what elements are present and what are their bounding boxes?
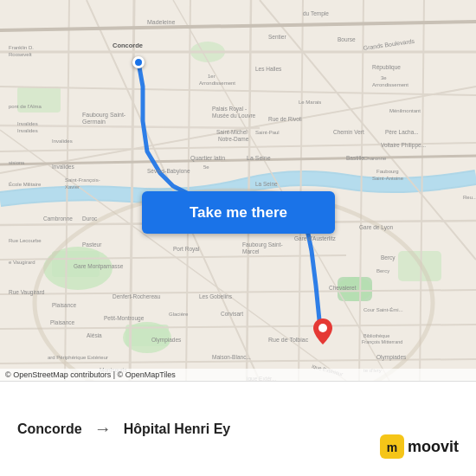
svg-text:École Militaire: École Militaire (9, 182, 42, 187)
destination-pin (313, 318, 332, 348)
svg-text:Plaisance: Plaisance (50, 319, 75, 325)
svg-text:Gare d'Austerlitz: Gare d'Austerlitz (294, 235, 337, 241)
svg-text:pont de l'Alma: pont de l'Alma (9, 104, 42, 109)
svg-text:Sentier: Sentier (268, 34, 286, 40)
svg-text:Xavier: Xavier (65, 184, 80, 190)
svg-point-116 (318, 324, 327, 332)
svg-text:Père Lacha...: Père Lacha... (385, 129, 419, 135)
svg-text:Olympiades: Olympiades (376, 354, 407, 361)
svg-text:Rue Vaugirard: Rue Vaugirard (9, 289, 45, 296)
svg-text:Rue de Tolbiac: Rue de Tolbiac (268, 337, 309, 343)
take-me-there-button[interactable]: Take me there (142, 191, 335, 234)
svg-text:Saint-Antoine: Saint-Antoine (372, 176, 404, 181)
svg-text:Cambronne: Cambronne (43, 215, 73, 222)
svg-text:e Vaugirard: e Vaugirard (9, 260, 35, 265)
svg-text:Bercy: Bercy (381, 254, 396, 261)
map-background: Grands Boulevards du Temple Franklin D. … (0, 0, 476, 381)
bottom-bar: Concorde → Hôpital Henri Ey m moovit (0, 381, 476, 476)
svg-text:Faubourg Saint-: Faubourg Saint- (242, 241, 283, 248)
svg-text:Invalides: Invalides (17, 128, 38, 133)
svg-text:Charonne: Charonne (363, 156, 387, 161)
svg-text:Chevaleret: Chevaleret (329, 285, 357, 291)
svg-text:Bourse: Bourse (338, 36, 356, 42)
svg-text:Port Royal: Port Royal (173, 246, 200, 253)
svg-text:Les Halles: Les Halles (255, 66, 282, 72)
svg-text:Saint-François-: Saint-François- (65, 177, 100, 183)
svg-text:Corvisart: Corvisart (221, 311, 243, 317)
svg-text:Faubourg Saint-: Faubourg Saint- (82, 112, 126, 119)
svg-text:Plaisance: Plaisance (52, 302, 77, 308)
svg-text:Invalides: Invalides (17, 121, 38, 126)
svg-text:Saint-Paul: Saint-Paul (255, 130, 280, 135)
destination-label: Hôpital Henri Ey (124, 421, 231, 437)
svg-text:Glacière: Glacière (169, 312, 189, 317)
svg-text:Notre-Dame: Notre-Dame (218, 136, 249, 142)
svg-text:ard Périphérique Extérieur: ard Périphérique Extérieur (48, 355, 108, 360)
map-container: Grands Boulevards du Temple Franklin D. … (0, 0, 476, 381)
svg-text:Marcel: Marcel (242, 248, 260, 254)
svg-text:Musée du Louvre: Musée du Louvre (212, 113, 256, 119)
svg-text:Sèvres-Babylone: Sèvres-Babylone (147, 168, 190, 175)
svg-text:Franklin D.: Franklin D. (9, 45, 34, 50)
svg-text:m: m (387, 441, 397, 454)
svg-text:La Seine: La Seine (255, 181, 278, 187)
svg-text:Cour Saint-Émi...: Cour Saint-Émi... (363, 307, 403, 312)
svg-text:Ménilmontant: Ménilmontant (389, 108, 421, 113)
moovit-icon: m (380, 434, 404, 459)
svg-text:Madeleine: Madeleine (147, 19, 175, 25)
svg-text:Bastille: Bastille (346, 155, 364, 161)
svg-text:La Seine: La Seine (247, 155, 271, 161)
origin-label: Concorde (17, 421, 82, 437)
svg-text:Rue Lecourbe: Rue Lecourbe (9, 238, 42, 243)
moovit-text: moovit (408, 438, 459, 456)
svg-text:Rue de Rivoli: Rue de Rivoli (268, 116, 302, 122)
svg-text:Maison-Blanc...: Maison-Blanc... (212, 354, 251, 360)
svg-text:du Temple: du Temple (303, 10, 329, 17)
svg-text:Bercy: Bercy (376, 268, 389, 273)
svg-text:République: République (372, 64, 401, 71)
svg-text:Invalides: Invalides (52, 164, 74, 170)
svg-text:Chemin Vert: Chemin Vert (333, 129, 364, 135)
origin-pin (132, 56, 145, 68)
svg-text:Gare de Lyon: Gare de Lyon (359, 224, 394, 231)
svg-text:Olympiades: Olympiades (151, 337, 182, 344)
svg-text:Voltaire Philippe...: Voltaire Philippe... (381, 142, 426, 149)
svg-text:Gare Montparnasse: Gare Montparnasse (74, 263, 124, 270)
svg-text:Les Gobelins: Les Gobelins (199, 293, 233, 299)
svg-text:Pasteur: Pasteur (82, 241, 102, 248)
svg-text:Saint-Michel: Saint-Michel (216, 129, 248, 135)
svg-text:Roosevelt: Roosevelt (9, 52, 32, 57)
svg-text:Quartier latin: Quartier latin (190, 155, 225, 162)
svg-text:Le Marais: Le Marais (299, 100, 321, 105)
svg-text:Invalides: Invalides (52, 138, 73, 144)
svg-text:Denfert-Rochereau: Denfert-Rochereau (113, 293, 161, 299)
svg-text:Arrondissement: Arrondissement (372, 82, 408, 87)
map-attribution: © OpenStreetMap contributors | © OpenMap… (0, 369, 476, 381)
svg-text:Bibliothèque: Bibliothèque (363, 333, 389, 338)
svg-text:Alésia: Alésia (87, 332, 102, 338)
svg-text:Reu...: Reu... (463, 195, 476, 200)
moovit-logo: m moovit (380, 434, 459, 459)
svg-text:3e: 3e (381, 75, 387, 80)
svg-text:Concorde: Concorde (113, 42, 143, 49)
svg-text:Germain: Germain (82, 119, 106, 125)
svg-text:Petit-Montrouge: Petit-Montrouge (104, 315, 145, 322)
svg-text:Arrondissement: Arrondissement (199, 80, 235, 86)
svg-text:Palais Royal -: Palais Royal - (212, 106, 247, 113)
svg-text:François Mitterrand: François Mitterrand (362, 339, 402, 344)
svg-text:5e: 5e (203, 164, 209, 170)
arrow-icon: → (94, 419, 112, 439)
svg-text:Faubourg: Faubourg (376, 169, 399, 174)
svg-text:sisions: sisions (9, 160, 24, 165)
svg-text:Duroc: Duroc (82, 215, 98, 222)
svg-text:1er: 1er (208, 74, 215, 79)
